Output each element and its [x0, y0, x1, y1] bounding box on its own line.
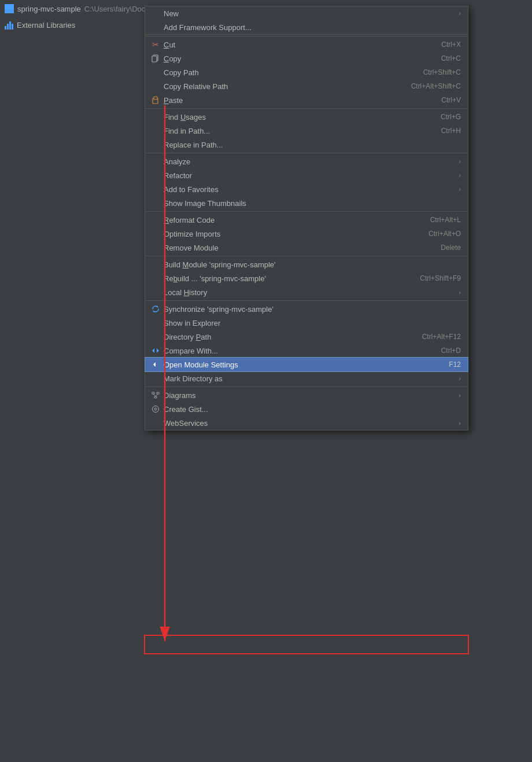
menu-label-diagrams: Diagrams [164, 391, 454, 400]
ext-lib-label: External Libraries [17, 21, 75, 30]
remove-module-icon [150, 243, 161, 252]
menu-item-add-framework[interactable]: Add Framework Support... [145, 20, 468, 35]
divider-3 [145, 153, 468, 153]
ext-lib-icon [5, 21, 13, 30]
menu-item-webservices[interactable]: WebServices › [145, 416, 468, 430]
cut-shortcut: Ctrl+X [441, 41, 461, 49]
menu-label-refactor: Refactor [164, 171, 454, 180]
diagrams-arrow: › [459, 392, 461, 399]
project-name: spring-mvc-sample [17, 5, 81, 13]
new-icon [150, 9, 161, 18]
menu-item-refactor[interactable]: Refactor › [145, 168, 468, 182]
refactor-icon [150, 171, 161, 180]
svg-line-12 [153, 394, 156, 396]
find-in-path-icon [150, 126, 161, 135]
thumbnails-icon [150, 198, 161, 208]
menu-item-copy[interactable]: Copy Ctrl+C [145, 51, 468, 65]
menu-label-compare-with: Compare With... [164, 347, 430, 355]
menu-item-find-in-path[interactable]: Find in Path... Ctrl+H [145, 124, 468, 138]
webservices-icon [150, 418, 161, 428]
divider-5 [145, 256, 468, 256]
menu-label-show-image-thumbnails: Show Image Thumbnails [164, 199, 461, 208]
menu-item-compare-with[interactable]: Compare With... Ctrl+D [145, 344, 468, 358]
menu-label-mark-directory: Mark Directory as [164, 374, 454, 383]
menu-label-add-framework: Add Framework Support... [164, 23, 461, 32]
menu-item-paste[interactable]: Paste Ctrl+V [145, 93, 468, 107]
menu-item-build-module[interactable]: Build Module 'spring-mvc-sample' [145, 257, 468, 271]
menu-item-show-image-thumbnails[interactable]: Show Image Thumbnails [145, 196, 468, 210]
menu-label-add-to-favorites: Add to Favorites [164, 185, 454, 194]
analyze-icon [150, 157, 161, 166]
paste-icon [150, 95, 161, 105]
svg-rect-18 [145, 635, 468, 654]
refactor-arrow: › [459, 172, 461, 179]
divider-2 [145, 108, 468, 109]
menu-item-remove-module[interactable]: Remove Module Delete [145, 241, 468, 255]
find-usages-icon [150, 112, 161, 122]
svg-rect-11 [154, 396, 157, 398]
gist-icon [150, 404, 161, 414]
menu-label-new: New [164, 9, 454, 18]
remove-module-shortcut: Delete [441, 244, 461, 252]
menu-label-optimize-imports: Optimize Imports [164, 230, 417, 238]
svg-rect-3 [152, 56, 157, 62]
divider-1 [145, 36, 468, 36]
menu-label-cut: Cut [164, 41, 430, 49]
svg-rect-10 [157, 392, 159, 394]
webservices-arrow: › [459, 419, 461, 426]
find-usages-shortcut: Ctrl+G [441, 113, 461, 121]
local-history-icon [150, 288, 161, 297]
paste-shortcut: Ctrl+V [441, 96, 461, 104]
menu-label-copy-relative-path: Copy Relative Path [164, 82, 400, 91]
replace-icon [150, 140, 161, 149]
menu-label-create-gist: Create Gist... [164, 405, 461, 414]
compare-shortcut: Ctrl+D [441, 347, 461, 355]
add-framework-icon [150, 23, 161, 32]
menu-label-analyze: Analyze [164, 157, 454, 166]
menu-item-replace-in-path[interactable]: Replace in Path... [145, 138, 468, 152]
favorites-icon [150, 185, 161, 194]
menu-item-reformat-code[interactable]: Reformat Code Ctrl+Alt+L [145, 213, 468, 227]
menu-item-rebuild-module[interactable]: Rebuild ... 'spring-mvc-sample' Ctrl+Shi… [145, 271, 468, 285]
svg-marker-7 [157, 348, 159, 353]
menu-label-find-in-path: Find in Path... [164, 127, 430, 135]
menu-item-show-in-explorer[interactable]: Show in Explorer [145, 316, 468, 330]
explorer-icon [150, 318, 161, 327]
menu-item-cut[interactable]: ✂ Cut Ctrl+X [145, 38, 468, 51]
directory-path-shortcut: Ctrl+Alt+F12 [422, 333, 461, 341]
dir-path-icon [150, 332, 161, 341]
menu-item-diagrams[interactable]: Diagrams › [145, 388, 468, 402]
svg-rect-1 [6, 5, 13, 7]
menu-item-synchronize[interactable]: Synchronize 'spring-mvc-sample' [145, 302, 468, 316]
svg-marker-8 [153, 362, 156, 367]
svg-point-14 [153, 406, 159, 413]
mark-dir-icon [150, 374, 161, 383]
menu-item-add-to-favorites[interactable]: Add to Favorites › [145, 182, 468, 196]
menu-item-create-gist[interactable]: Create Gist... [145, 402, 468, 416]
menu-item-find-usages[interactable]: Find Usages Ctrl+G [145, 110, 468, 124]
analyze-arrow: › [459, 158, 461, 165]
menu-item-open-module-settings[interactable]: Open Module Settings F12 [145, 358, 468, 371]
menu-label-rebuild-module: Rebuild ... 'spring-mvc-sample' [164, 274, 408, 283]
menu-item-copy-path[interactable]: Copy Path Ctrl+Shift+C [145, 65, 468, 79]
sidebar-item-external-libraries[interactable]: External Libraries [0, 20, 145, 31]
menu-label-webservices: WebServices [164, 419, 454, 428]
open-module-shortcut: F12 [449, 360, 461, 369]
menu-item-local-history[interactable]: Local History › [145, 285, 468, 299]
menu-item-optimize-imports[interactable]: Optimize Imports Ctrl+Alt+O [145, 227, 468, 241]
optimize-shortcut: Ctrl+Alt+O [428, 230, 461, 238]
menu-item-new[interactable]: New › [145, 6, 468, 20]
menu-item-copy-relative-path[interactable]: Copy Relative Path Ctrl+Alt+Shift+C [145, 79, 468, 93]
menu-item-analyze[interactable]: Analyze › [145, 154, 468, 168]
divider-4 [145, 211, 468, 212]
new-arrow: › [459, 10, 461, 17]
menu-item-mark-directory[interactable]: Mark Directory as › [145, 371, 468, 385]
menu-label-local-history: Local History [164, 288, 454, 297]
copy-shortcut: Ctrl+C [441, 54, 461, 62]
scissors-icon: ✂ [150, 40, 161, 49]
menu-label-synchronize: Synchronize 'spring-mvc-sample' [164, 305, 461, 314]
menu-label-copy-path: Copy Path [164, 68, 412, 77]
menu-item-directory-path[interactable]: Directory Path Ctrl+Alt+F12 [145, 330, 468, 344]
menu-label-reformat-code: Reformat Code [164, 216, 419, 224]
sidebar: External Libraries [0, 17, 145, 762]
